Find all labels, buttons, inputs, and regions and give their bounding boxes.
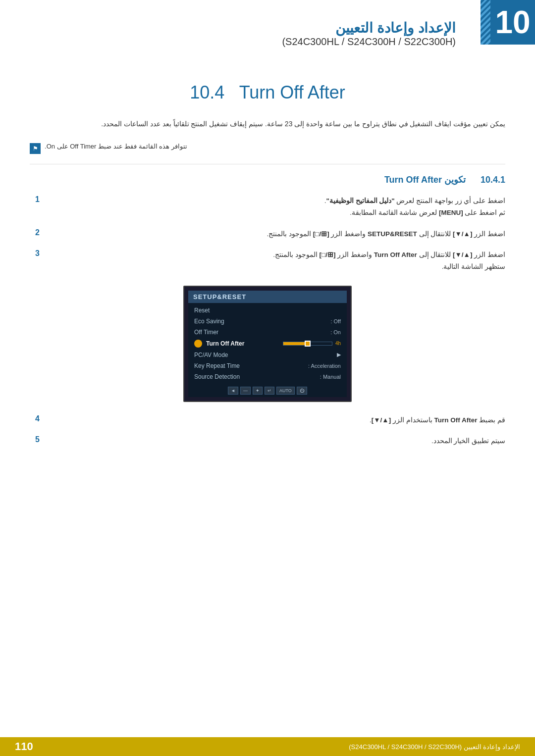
step-4-content: قم بضبط Turn Off After باستخدام الزر [▲/… <box>45 414 505 426</box>
menu-item-offtimer-value: : On <box>330 329 341 335</box>
monitor-screenshot: SETUP&RESET Reset Eco Saving : Off Off T… <box>183 286 352 402</box>
menu-item-offtimer: Off Timer : On <box>188 327 347 338</box>
note-text: تتوافر هذه القائمة فقط عند ضبط Off Timer… <box>45 143 187 150</box>
btn-power: ⏻ <box>297 387 307 395</box>
step-1: اضغط على أي زر بواجهة المنتج لعرض "دليل … <box>30 195 505 219</box>
btn-minus: — <box>240 387 251 395</box>
step-5: سيتم تطبيق الخيار المحدد. 5 <box>30 435 505 447</box>
subsection-title-text: تكوين Turn Off After <box>384 175 466 185</box>
menu-item-eco: Eco Saving : Off <box>188 316 347 327</box>
menu-item-eco-value: : Off <box>330 318 341 324</box>
slider-fill <box>283 342 308 345</box>
btn-auto: AUTO <box>276 387 295 395</box>
main-content: 10.4 Turn Off After يمكن تعيين مؤقت ايقا… <box>0 57 535 486</box>
subsection-title: 10.4.1 تكوين Turn Off After <box>30 174 505 185</box>
slider-container: 4h <box>283 341 341 346</box>
step-4-number: 4 <box>30 414 40 423</box>
btn-plus: ✦ <box>253 387 263 395</box>
chapter-number: 10 <box>490 0 535 45</box>
menu-items-list: Reset Eco Saving : Off Off Timer : On Tu… <box>188 303 347 384</box>
step-2-number: 2 <box>30 228 40 237</box>
step-1-number: 1 <box>30 195 40 204</box>
menu-item-pcav-arrow: ▶ <box>337 352 341 358</box>
menu-item-sourcedetect-label: Source Detection <box>194 373 320 380</box>
menu-item-turnoff-label: Turn Off After <box>206 340 283 347</box>
menu-item-keyrepeat-label: Key Repeat Time <box>194 362 308 369</box>
step-2-content: اضغط الزر [▲/▼] للانتقال إلى SETUP&RESET… <box>45 228 505 240</box>
step-1-content: اضغط على أي زر بواجهة المنتج لعرض "دليل … <box>45 195 505 219</box>
screenshot-container: SETUP&RESET Reset Eco Saving : Off Off T… <box>30 286 505 402</box>
header-stripe <box>481 0 490 45</box>
step-3-content: اضغط الزر [▲/▼] للانتقال إلى Turn Off Af… <box>45 249 505 273</box>
step-2: اضغط الزر [▲/▼] للانتقال إلى SETUP&RESET… <box>30 228 505 240</box>
menu-item-reset: Reset <box>188 305 347 316</box>
section-title: 10.4 Turn Off After <box>30 82 505 103</box>
footer-text: الإعداد وإعادة التعيين (S24C300HL / S24C… <box>349 743 520 751</box>
menu-item-keyrepeat-value: : Acceleration <box>308 363 341 369</box>
step-5-number: 5 <box>30 435 40 444</box>
header-subtitle: (S24C300HL / S24C300H / S22C300H) <box>20 36 456 48</box>
slider-value: 4h <box>335 341 341 346</box>
step-3-number: 3 <box>30 249 40 258</box>
intro-text: يمكن تعيين مؤقت ايقاف التشغيل في نطاق يت… <box>30 118 505 130</box>
active-bullet <box>194 340 202 348</box>
step-5-content: سيتم تطبيق الخيار المحدد. <box>45 435 505 447</box>
slider-thumb <box>305 341 311 347</box>
step-3: اضغط الزر [▲/▼] للانتقال إلى Turn Off Af… <box>30 249 505 273</box>
menu-item-pcav-label: PC/AV Mode <box>194 352 337 358</box>
note-box: تتوافر هذه القائمة فقط عند ضبط Off Timer… <box>30 143 505 154</box>
section-title-text: Turn Off After <box>239 82 345 102</box>
note-icon: ⚑ <box>30 143 41 154</box>
btn-enter: ↵ <box>265 387 274 395</box>
menu-item-eco-label: Eco Saving <box>194 318 330 325</box>
menu-item-offtimer-label: Off Timer <box>194 329 330 336</box>
section-number: 10.4 <box>190 82 224 102</box>
menu-item-sourcedetect-value: : Manual <box>320 374 341 380</box>
menu-bottom-bar: ◄ — ✦ ↵ AUTO ⏻ <box>188 384 347 397</box>
step-4: قم بضبط Turn Off After باستخدام الزر [▲/… <box>30 414 505 426</box>
menu-item-sourcedetect: Source Detection : Manual <box>188 371 347 382</box>
header-title-arabic: الإعداد وإعادة التعيين <box>20 20 456 36</box>
page-footer: الإعداد وإعادة التعيين (S24C300HL / S24C… <box>0 737 535 756</box>
menu-title: SETUP&RESET <box>188 291 347 303</box>
slider-bar <box>283 342 332 346</box>
subsection-number: 10.4.1 <box>481 175 505 185</box>
menu-item-turnoff: Turn Off After 4h <box>188 338 347 350</box>
btn-left: ◄ <box>228 387 238 395</box>
menu-item-keyrepeat: Key Repeat Time : Acceleration <box>188 360 347 371</box>
menu-item-reset-label: Reset <box>194 307 341 314</box>
page-header: 10 الإعداد وإعادة التعيين (S24C300HL / S… <box>0 0 535 57</box>
footer-page-number: 110 <box>15 740 33 753</box>
divider <box>30 164 505 164</box>
menu-item-pcav: PC/AV Mode ▶ <box>188 350 347 360</box>
